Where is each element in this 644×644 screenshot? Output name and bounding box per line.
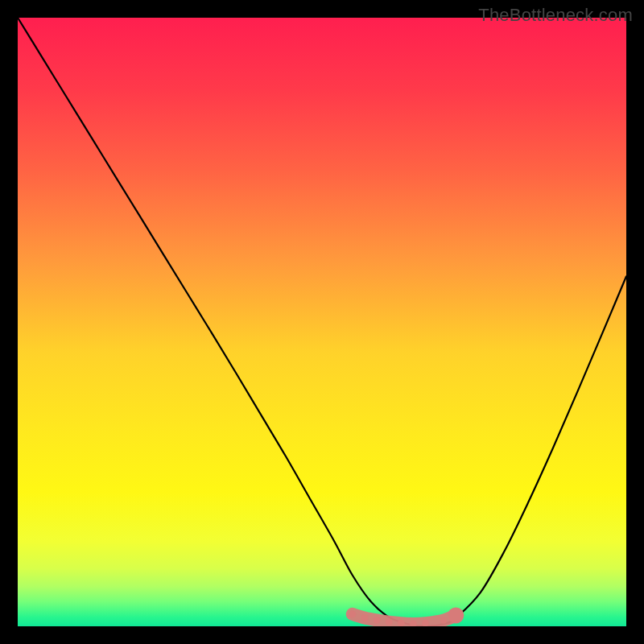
- watermark-text: TheBottleneck.com: [478, 5, 633, 26]
- marker-end-dot: [448, 607, 464, 623]
- marker-dot: [361, 614, 369, 621]
- marker-dot: [349, 610, 356, 617]
- chart-container: TheBottleneck.com: [0, 0, 644, 644]
- marker-dot: [422, 620, 429, 627]
- plot-background: [18, 18, 626, 626]
- marker-dot: [374, 617, 381, 624]
- marker-dot: [398, 620, 405, 627]
- marker-dot: [440, 617, 448, 624]
- marker-dot: [386, 618, 393, 625]
- bottleneck-plot: [0, 0, 644, 644]
